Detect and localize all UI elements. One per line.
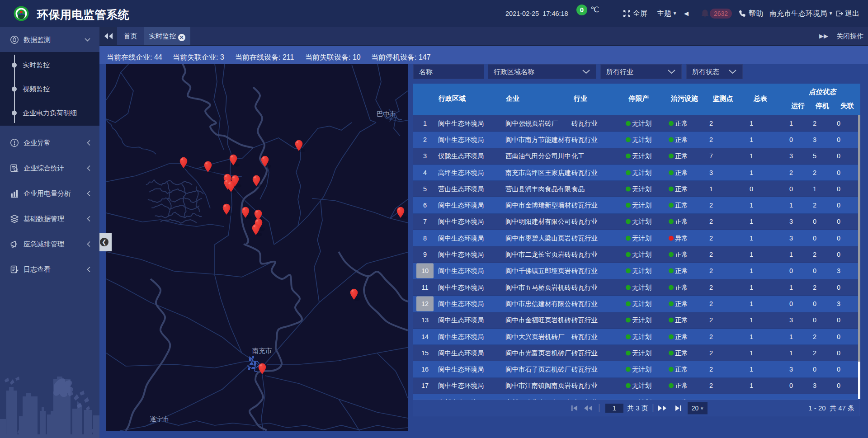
- svg-text:巴中市: 巴中市: [377, 110, 396, 118]
- svg-text:南充市: 南充市: [252, 347, 272, 354]
- svg-text:遂宁市: 遂宁市: [150, 415, 170, 423]
